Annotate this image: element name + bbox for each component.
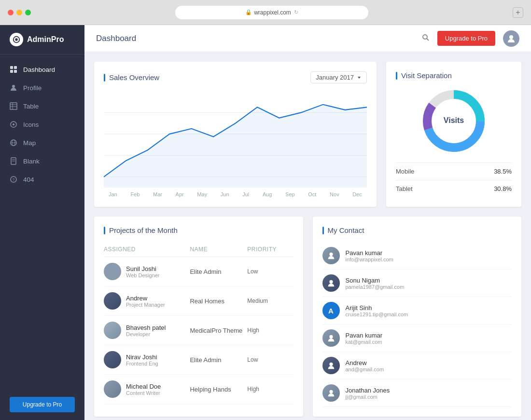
donut-chart: Visits	[420, 87, 488, 155]
sidebar-item-table[interactable]: Table	[0, 97, 84, 115]
date-selector[interactable]: January 2017	[310, 71, 367, 83]
avatar	[104, 292, 121, 310]
search-icon[interactable]	[422, 34, 430, 43]
table-icon	[10, 102, 17, 110]
user-name: Bhavesh patel	[126, 324, 166, 331]
topbar-upgrade-button[interactable]: Upgrade to Pro	[437, 31, 495, 46]
project-name: Real Homes	[190, 298, 247, 305]
contact-item: Pavan kumar info@wrappixel.com	[322, 242, 512, 270]
svg-marker-29	[104, 105, 367, 188]
contact-email: pamela1987@gmail.com	[346, 284, 405, 290]
new-tab-button[interactable]: +	[513, 7, 523, 18]
avatar	[104, 322, 121, 339]
contact-name: Pavan kumar	[346, 249, 393, 257]
minimize-dot[interactable]	[16, 10, 22, 15]
project-name: MedicalPro Theme	[190, 327, 247, 334]
contact-email: cruise1291.tip@gmail.com	[346, 312, 408, 317]
contact-email: kat@gmail.com	[346, 339, 383, 345]
maximize-dot[interactable]	[25, 10, 31, 15]
contact-name: Sonu Nigam	[346, 277, 405, 284]
visit-stats: Mobile 38.5% Tablet 30.8%	[396, 163, 512, 197]
svg-point-37	[329, 280, 333, 284]
contact-name: Jonathan Jones	[346, 387, 390, 394]
sidebar-item-icons-label: Icons	[23, 121, 39, 128]
sidebar-item-dashboard[interactable]: Dashboard	[0, 60, 84, 79]
user-info: Micheal Doe Content Writer	[104, 380, 190, 398]
user-info: Andrew Project Manager	[104, 292, 190, 310]
sidebar-item-table-label: Table	[23, 103, 39, 110]
user-avatar[interactable]	[503, 30, 519, 47]
user-name: Micheal Doe	[126, 383, 161, 390]
sales-chart	[104, 91, 367, 188]
priority: Low	[247, 268, 293, 275]
visit-separation-title: Visit Separation	[396, 71, 452, 80]
contact-email: jj@gmail.com	[346, 394, 390, 400]
sidebar-item-map-label: Map	[23, 139, 36, 147]
contact-avatar	[322, 329, 340, 347]
user-role: Content Writer	[126, 390, 161, 396]
priority: Medium	[247, 298, 293, 304]
contact-avatar: A	[322, 302, 340, 319]
contact-name: Arijit Sinh	[346, 304, 408, 312]
svg-point-24	[509, 35, 513, 39]
project-name: Elite Admin	[190, 268, 247, 275]
contact-item: Pavan kumar kat@gmail.com	[322, 325, 512, 352]
browser-dots	[8, 10, 31, 15]
svg-point-22	[423, 35, 427, 39]
page-title: Dashboard	[96, 34, 136, 43]
projects-title: Projects of the Month	[104, 226, 178, 234]
mobile-label: Mobile	[396, 168, 414, 175]
sidebar-item-blank[interactable]: Blank	[0, 152, 84, 170]
sidebar-item-dashboard-label: Dashboard	[23, 66, 55, 73]
sidebar-nav: Dashboard Profile Table Icons	[0, 54, 84, 389]
contact-avatar	[322, 384, 340, 402]
close-dot[interactable]	[8, 10, 14, 15]
sidebar-item-profile[interactable]: Profile	[0, 79, 84, 97]
contact-item: Jonathan Jones jj@gmail.com	[322, 379, 512, 407]
table-row: Micheal Doe Content Writer Helping Hands…	[104, 375, 293, 404]
svg-point-13	[13, 123, 14, 125]
user-role: Web Designer	[126, 272, 160, 278]
avatar	[104, 380, 121, 398]
sidebar-item-blank-label: Blank	[23, 158, 40, 165]
sidebar-upgrade-button[interactable]: Upgrade to Pro	[10, 397, 75, 412]
chart-labels: Jan Feb Mar Apr May Jun Jul Aug Sep Oct …	[104, 191, 367, 197]
url-bar[interactable]: 🔒 wrappixel.com ↻	[175, 6, 368, 19]
visit-separation-card: Visit Separation Visits	[386, 62, 521, 207]
contact-item: Andrew and@gmail.com	[322, 352, 512, 379]
logo-text: AdminPro	[27, 35, 64, 44]
contact-card: My Contact Pavan kumar info@wrappixel.co…	[313, 217, 522, 417]
sidebar-item-404[interactable]: ? 404	[0, 170, 84, 189]
contact-name: Pavan kumar	[346, 332, 383, 339]
sidebar-item-icons[interactable]: Icons	[0, 115, 84, 134]
contact-email: info@wrappixel.com	[346, 257, 393, 262]
browser-chrome: 🔒 wrappixel.com ↻ +	[0, 0, 531, 25]
visit-stat-mobile: Mobile 38.5%	[396, 163, 512, 180]
tablet-value: 30.8%	[494, 185, 512, 192]
content-area: Sales Overview January 2017	[84, 52, 531, 420]
icons-nav-icon	[10, 121, 17, 128]
contact-avatar	[322, 357, 340, 374]
topbar: Dashboard Upgrade to Pro	[84, 25, 531, 52]
sidebar-item-404-label: 404	[23, 176, 34, 183]
sidebar-item-map[interactable]: Map	[0, 134, 84, 152]
user-name: Andrew	[126, 295, 165, 302]
col-name: Name	[190, 246, 247, 253]
blank-icon	[10, 157, 17, 165]
svg-point-39	[329, 363, 333, 366]
sales-overview-card: Sales Overview January 2017	[94, 62, 377, 207]
svg-rect-3	[10, 66, 13, 69]
logo-icon	[10, 33, 23, 46]
project-name: Elite Admin	[190, 356, 247, 364]
svg-point-7	[12, 85, 15, 88]
project-name: Helping Hands	[190, 386, 247, 393]
user-role: Developer	[126, 331, 166, 337]
svg-rect-6	[14, 70, 17, 73]
priority: High	[247, 327, 293, 334]
svg-rect-4	[14, 66, 17, 69]
map-icon	[10, 139, 17, 147]
table-row: Andrew Project Manager Real Homes Medium	[104, 286, 293, 316]
priority: Low	[247, 356, 293, 363]
sales-overview-title: Sales Overview	[104, 73, 159, 81]
contact-email: and@gmail.com	[346, 366, 384, 372]
